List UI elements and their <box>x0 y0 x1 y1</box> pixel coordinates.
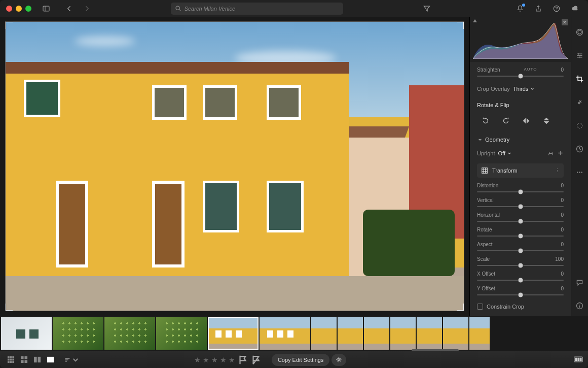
distortion-slider[interactable] <box>477 191 564 192</box>
rotate-slider[interactable] <box>477 236 564 237</box>
notifications-icon[interactable] <box>514 3 526 14</box>
more-tools-icon[interactable] <box>574 166 585 178</box>
rotate-ccw-button[interactable] <box>480 115 491 126</box>
flag-reject-button[interactable] <box>250 354 262 365</box>
edit-tool-icon[interactable] <box>574 26 585 38</box>
crop-frame[interactable] <box>5 21 464 311</box>
help-icon[interactable] <box>551 3 562 14</box>
rating-stars[interactable]: ★ ★ ★ ★ ★ <box>194 356 235 364</box>
crop-overlay-value[interactable]: Thirds <box>513 86 529 92</box>
grid-view-button[interactable] <box>18 355 29 364</box>
svg-rect-16 <box>12 356 14 358</box>
upright-label: Upright <box>477 150 495 156</box>
svg-rect-21 <box>10 361 12 363</box>
histogram-clip-toggle-left[interactable] <box>473 19 477 22</box>
healing-tool-icon[interactable] <box>574 96 585 108</box>
crop-handle-tr[interactable] <box>454 21 464 32</box>
crop-tool-icon[interactable] <box>574 73 585 84</box>
filmstrip-thumb[interactable] <box>443 317 468 350</box>
flip-vertical-button[interactable] <box>541 115 552 126</box>
rotate-flip-header: Rotate & Flip <box>477 102 564 108</box>
filmstrip-thumb[interactable] <box>469 317 490 350</box>
share-icon[interactable] <box>533 3 544 14</box>
comments-icon[interactable] <box>574 277 585 288</box>
distortion-value: 0 <box>561 183 564 188</box>
filmstrip-thumb[interactable] <box>260 317 310 350</box>
grid-small-view-button[interactable] <box>5 355 16 364</box>
filmstrip-thumb[interactable] <box>364 317 389 350</box>
filmstrip-thumb[interactable] <box>338 317 363 350</box>
forward-button[interactable] <box>81 3 92 14</box>
svg-rect-0 <box>43 6 49 11</box>
xoffset-value: 0 <box>561 271 564 277</box>
mask-tool-icon[interactable] <box>574 120 585 131</box>
sort-button[interactable] <box>64 356 79 363</box>
search-placeholder: Search Milan Venice <box>185 6 235 12</box>
filmstrip-thumb[interactable] <box>390 317 416 350</box>
filmstrip[interactable] <box>0 316 588 351</box>
guided-upright-icon[interactable] <box>547 150 554 156</box>
info-panel-icon[interactable] <box>574 300 585 311</box>
straighten-slider[interactable] <box>477 76 564 77</box>
svg-rect-23 <box>20 356 23 359</box>
filmstrip-thumb[interactable] <box>53 317 103 350</box>
transform-section-header[interactable]: Transform ⋮ <box>477 163 564 178</box>
crop-handle-tl[interactable] <box>5 21 16 32</box>
yoffset-slider[interactable] <box>477 294 564 295</box>
filmstrip-thumb[interactable] <box>311 317 337 350</box>
gear-icon <box>336 356 342 363</box>
svg-rect-14 <box>7 356 9 358</box>
filmstrip-thumb[interactable] <box>1 317 52 350</box>
vertical-label: Vertical <box>477 197 494 203</box>
horizontal-slider[interactable] <box>477 221 564 222</box>
titlebar: Search Milan Venice <box>0 0 588 17</box>
scale-slider[interactable] <box>477 265 564 266</box>
crop-handle-br[interactable] <box>454 300 464 311</box>
svg-rect-22 <box>12 361 14 363</box>
filmstrip-scrollbar[interactable] <box>412 349 459 351</box>
crop-handle-bl[interactable] <box>5 300 16 311</box>
compare-view-button[interactable] <box>31 355 43 364</box>
search-input[interactable]: Search Milan Venice <box>171 3 343 15</box>
sliders-tool-icon[interactable] <box>574 50 585 61</box>
svg-rect-28 <box>38 357 41 362</box>
upright-add-icon[interactable] <box>557 150 564 156</box>
histogram[interactable]: ✕ <box>470 17 571 62</box>
versions-icon[interactable] <box>574 143 585 154</box>
geometry-header[interactable]: Geometry <box>477 137 564 143</box>
back-button[interactable] <box>64 3 75 14</box>
sidebar-toggle-icon[interactable] <box>41 3 52 14</box>
aspect-slider[interactable] <box>477 250 564 251</box>
histogram-clip-toggle-right[interactable]: ✕ <box>562 19 568 25</box>
copy-edit-settings-button[interactable]: Copy Edit Settings <box>272 354 330 366</box>
cloud-sync-icon[interactable] <box>569 3 580 14</box>
flag-pick-button[interactable] <box>237 354 248 365</box>
filmstrip-toggle-icon[interactable] <box>574 356 583 363</box>
detail-view-button[interactable] <box>45 355 56 364</box>
vertical-slider[interactable] <box>477 206 564 207</box>
chevron-down-icon[interactable] <box>530 87 534 91</box>
svg-rect-27 <box>33 357 36 362</box>
crop-overlay-label: Crop Overlay <box>477 86 510 92</box>
distortion-label: Distortion <box>477 183 498 188</box>
upright-value[interactable]: Off <box>498 150 505 156</box>
maximize-window-button[interactable] <box>25 6 31 12</box>
filmstrip-thumb-selected[interactable] <box>208 317 259 350</box>
filmstrip-thumb[interactable] <box>104 317 155 350</box>
straighten-auto-button[interactable]: AUTO <box>524 67 537 73</box>
filmstrip-thumb[interactable] <box>417 317 442 350</box>
constrain-crop-checkbox[interactable]: Constrain Crop <box>477 304 564 310</box>
edit-settings-menu-button[interactable] <box>332 354 346 366</box>
chevron-down-icon[interactable] <box>507 151 511 155</box>
xoffset-slider[interactable] <box>477 280 564 281</box>
main-photo <box>6 22 464 311</box>
close-window-button[interactable] <box>6 6 12 12</box>
svg-line-3 <box>179 10 180 11</box>
edit-panel: ✕ Straighten AUTO 0 Crop Overlay Thirds <box>469 17 571 316</box>
rotate-cw-button[interactable] <box>500 115 511 126</box>
transform-menu-icon[interactable]: ⋮ <box>555 168 560 173</box>
minimize-window-button[interactable] <box>16 6 22 12</box>
filmstrip-thumb[interactable] <box>156 317 207 350</box>
flip-horizontal-button[interactable] <box>521 115 532 126</box>
filter-funnel-icon[interactable] <box>421 3 432 14</box>
